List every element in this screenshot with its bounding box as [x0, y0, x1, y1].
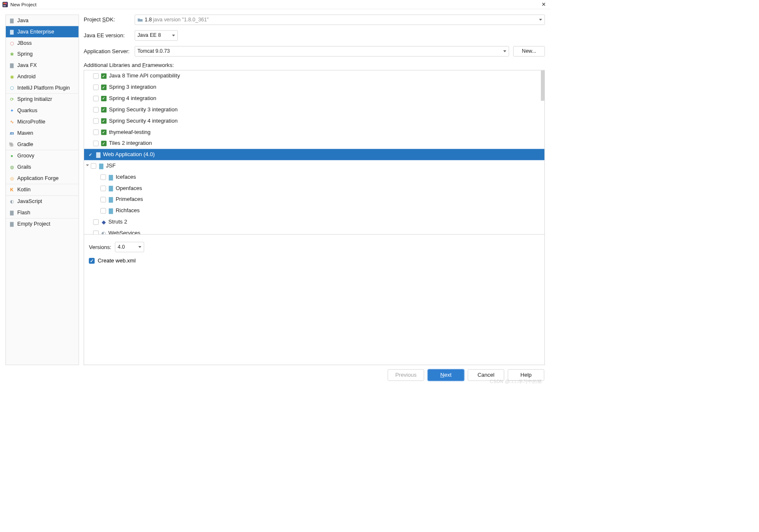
checkbox[interactable] [93, 73, 99, 79]
quarkus-icon: ✦ [9, 108, 15, 114]
framework-icon: ▇ [108, 175, 114, 180]
versions-dropdown[interactable]: 4.0 [115, 242, 144, 252]
fw-spring4[interactable]: Spring 4 integration [84, 93, 545, 104]
pt-groovy[interactable]: ●Groovy [6, 150, 79, 162]
fw-label: Web Application (4.0) [103, 152, 155, 158]
pt-intellij-plugin[interactable]: ⬡IntelliJ Platform Plugin [6, 82, 79, 93]
fw-struts2[interactable]: ◆Struts 2 [84, 216, 545, 228]
fw-webservices[interactable]: ◐WebServices [84, 228, 545, 234]
fw-richfaces[interactable]: ▇Richfaces [84, 205, 545, 216]
pt-label: MicroProfile [17, 118, 45, 125]
checkbox[interactable] [100, 208, 106, 213]
cancel-button[interactable]: Cancel [468, 369, 504, 381]
sdk-dropdown[interactable]: 1.8 java version "1.8.0_361" [135, 15, 545, 25]
pt-label: Android [17, 73, 36, 80]
checkbox[interactable] [100, 185, 106, 191]
pt-label: JBoss [17, 40, 32, 46]
fw-label: Spring 4 integration [109, 95, 156, 102]
sdk-name: 1.8 [145, 17, 152, 23]
checkbox[interactable] [91, 163, 96, 169]
pt-label: Spring [17, 51, 33, 57]
fw-web-application[interactable]: ▇Web Application (4.0) [84, 149, 545, 160]
svg-rect-1 [3, 5, 6, 6]
frameworks-tree-scroll[interactable]: Java 8 Time API compatibility Spring 3 i… [84, 70, 545, 234]
library-icon [101, 141, 106, 146]
checkbox[interactable] [93, 141, 99, 146]
pt-spring-initializr[interactable]: ⟳Spring Initializr [6, 94, 79, 105]
next-button[interactable]: Next [428, 369, 464, 381]
pt-flash[interactable]: ▇Flash [6, 207, 79, 218]
row-app-server: Application Server: Tomcat 9.0.73 New... [84, 46, 545, 57]
checkbox[interactable] [93, 231, 99, 234]
checkbox[interactable] [93, 129, 99, 135]
fw-thymeleaf[interactable]: thymeleaf-testing [84, 126, 545, 138]
frameworks-label: Additional Libraries and Frameworks: [84, 62, 545, 68]
framework-icon: ▇ [108, 185, 114, 191]
row-ee: Java EE version: Java EE 8 [84, 31, 545, 41]
checkbox[interactable] [93, 219, 99, 225]
frameworks-tree: Java 8 Time API compatibility Spring 3 i… [84, 70, 545, 234]
scrollbar-thumb[interactable] [541, 70, 545, 101]
chevron-down-icon [138, 246, 141, 248]
fw-tiles2[interactable]: Tiles 2 integration [84, 138, 545, 149]
pt-jboss[interactable]: ◌JBoss [6, 37, 79, 49]
project-type-list[interactable]: ▇Java ▇Java Enterprise ◌JBoss ❀Spring ▇J… [5, 15, 79, 365]
kotlin-icon: K [9, 187, 15, 193]
ee-dropdown[interactable]: Java EE 8 [135, 31, 178, 41]
pt-quarkus[interactable]: ✦Quarkus [6, 105, 79, 116]
fw-jsf[interactable]: ▇JSF [84, 160, 545, 172]
new-server-button[interactable]: New... [513, 46, 545, 57]
library-icon [101, 73, 106, 79]
pt-android[interactable]: ◉Android [6, 71, 79, 82]
fw-spring-sec4[interactable]: Spring Security 4 integration [84, 116, 545, 127]
sdk-folder-icon [137, 18, 143, 22]
help-button[interactable]: Help [508, 369, 544, 381]
pt-grails[interactable]: ◍Grails [6, 162, 79, 173]
framework-icon: ▇ [108, 208, 114, 213]
flash-icon: ▇ [9, 210, 15, 216]
pt-javafx[interactable]: ▇Java FX [6, 60, 79, 71]
pt-empty-project[interactable]: ▇Empty Project [6, 218, 79, 230]
fw-label: thymeleaf-testing [109, 129, 150, 135]
checkbox[interactable] [93, 107, 99, 113]
fw-java8-time[interactable]: Java 8 Time API compatibility [84, 70, 545, 82]
fw-spring3[interactable]: Spring 3 integration [84, 82, 545, 93]
checkbox[interactable] [100, 175, 106, 180]
folder-icon: ▇ [9, 62, 15, 69]
pt-kotlin[interactable]: KKotlin [6, 184, 79, 195]
pt-label: Empty Project [17, 221, 50, 227]
pt-gradle[interactable]: 🐘Gradle [6, 139, 79, 150]
pt-java-enterprise[interactable]: ▇Java Enterprise [6, 26, 79, 37]
pt-app-forge[interactable]: ◎Application Forge [6, 173, 79, 184]
library-icon [101, 129, 106, 135]
create-webxml-row[interactable]: Create web.xml [89, 258, 539, 264]
pt-label: Flash [17, 209, 30, 216]
fw-spring-sec3[interactable]: Spring Security 3 integration [84, 104, 545, 116]
close-icon[interactable]: ✕ [540, 1, 548, 8]
create-webxml-checkbox[interactable] [89, 258, 95, 264]
ee-value: Java EE 8 [137, 33, 161, 39]
fw-icefaces[interactable]: ▇Icefaces [84, 172, 545, 183]
checkbox[interactable] [93, 96, 99, 101]
disclosure-triangle-icon[interactable] [86, 164, 89, 167]
pt-spring[interactable]: ❀Spring [6, 49, 79, 60]
checkbox[interactable] [88, 152, 93, 157]
fw-primefaces[interactable]: ▇Primefaces [84, 194, 545, 205]
microprofile-icon: ∿ [9, 119, 15, 125]
checkbox[interactable] [93, 85, 99, 90]
fw-openfaces[interactable]: ▇Openfaces [84, 182, 545, 194]
pt-java[interactable]: ▇Java [6, 15, 79, 26]
svg-rect-2 [3, 3, 5, 4]
pt-label: Maven [17, 130, 33, 136]
window-title: New Project [10, 2, 540, 7]
checkbox[interactable] [100, 197, 106, 202]
pt-maven[interactable]: mMaven [6, 128, 79, 139]
framework-icon: ▇ [108, 197, 114, 202]
previous-button: Previous [388, 369, 424, 381]
fw-label: Spring 3 integration [109, 84, 156, 90]
pt-microprofile[interactable]: ∿MicroProfile [6, 116, 79, 128]
pt-javascript[interactable]: ◐JavaScript [6, 196, 79, 207]
spring-initializr-icon: ⟳ [9, 96, 15, 103]
app-server-dropdown[interactable]: Tomcat 9.0.73 [135, 46, 509, 57]
checkbox[interactable] [93, 118, 99, 123]
